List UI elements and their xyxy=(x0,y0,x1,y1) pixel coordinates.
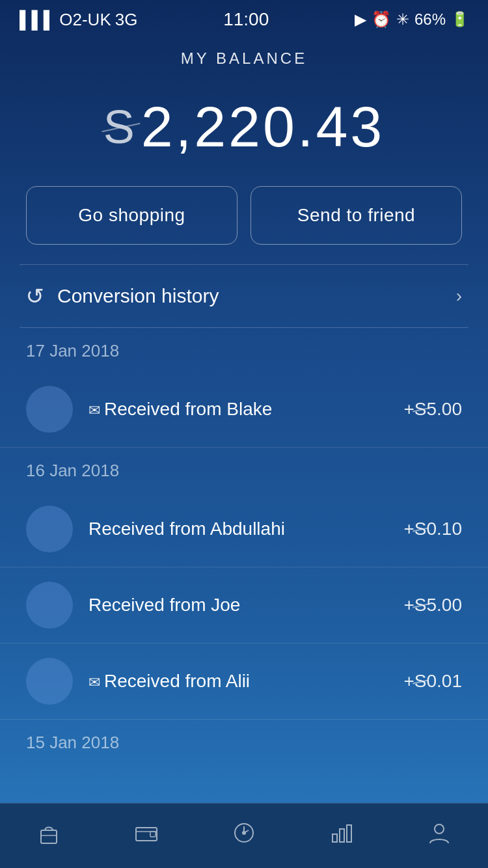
transaction-amount: +S0.01 xyxy=(403,671,462,692)
status-carrier: ▌▌▌ O2-UK 3G xyxy=(20,10,137,30)
avatar xyxy=(26,658,73,705)
svg-rect-9 xyxy=(332,834,337,842)
svg-rect-10 xyxy=(340,829,344,842)
action-buttons: Go shopping Send to friend xyxy=(0,173,488,264)
transaction-info: ✉Received from Blake xyxy=(88,399,403,420)
balance-display: S 2,220.43 xyxy=(0,94,488,160)
signal-icon: ▌▌▌ xyxy=(20,10,55,30)
transaction-description: ✉Received from Alii xyxy=(88,671,250,691)
page-title: MY BALANCE xyxy=(0,36,488,74)
status-icons: ▶ ⏰ ✳ 66% 🔋 xyxy=(355,10,468,29)
svg-rect-2 xyxy=(136,828,157,841)
bluetooth-icon: ✳ xyxy=(396,10,409,29)
transaction-amount: +S5.00 xyxy=(403,595,462,616)
carrier-label: O2-UK xyxy=(59,10,111,30)
svg-rect-11 xyxy=(347,825,351,842)
status-time: 11:00 xyxy=(223,9,269,30)
date-header-jan15: 15 Jan 2018 xyxy=(0,720,488,763)
conversion-history-label: Conversion history xyxy=(57,285,456,307)
nav-item-profile[interactable] xyxy=(413,813,465,858)
nav-item-wallet[interactable] xyxy=(120,813,172,858)
balance-section: S 2,220.43 xyxy=(0,74,488,173)
shop-icon xyxy=(36,820,62,852)
transaction-description: Received from Joe xyxy=(88,595,240,615)
battery-icon: 🔋 xyxy=(451,11,468,28)
currency-symbol: S xyxy=(103,100,139,154)
transaction-info: ✉Received from Alii xyxy=(88,671,403,692)
battery-label: 66% xyxy=(414,10,446,29)
refresh-icon: ↻ xyxy=(26,283,44,309)
stats-icon xyxy=(329,820,355,852)
date-header-jan17: 17 Jan 2018 xyxy=(0,328,488,372)
send-to-friend-button[interactable]: Send to friend xyxy=(251,186,462,245)
nav-item-stats[interactable] xyxy=(316,813,368,858)
envelope-icon: ✉ xyxy=(88,674,100,690)
network-label: 3G xyxy=(115,10,138,30)
svg-rect-3 xyxy=(150,832,156,837)
go-shopping-button[interactable]: Go shopping xyxy=(26,186,237,245)
bottom-nav xyxy=(0,803,488,868)
transaction-amount: +S0.10 xyxy=(403,519,462,539)
avatar xyxy=(26,582,73,629)
svg-point-12 xyxy=(435,824,444,834)
transaction-info: Received from Joe xyxy=(88,595,403,616)
alarm-icon: ⏰ xyxy=(372,10,391,29)
transaction-item[interactable]: Received from Joe +S5.00 xyxy=(0,567,488,644)
wallet-icon xyxy=(133,820,159,852)
transaction-amount: +S5.00 xyxy=(403,399,462,420)
chevron-right-icon: › xyxy=(456,286,462,306)
avatar xyxy=(26,386,73,433)
transaction-description: ✉Received from Blake xyxy=(88,399,272,419)
profile-icon xyxy=(426,820,452,852)
transaction-info: Received from Abdullahi xyxy=(88,519,403,539)
date-header-jan16: 16 Jan 2018 xyxy=(0,448,488,491)
status-bar: ▌▌▌ O2-UK 3G 11:00 ▶ ⏰ ✳ 66% 🔋 xyxy=(0,0,488,36)
transaction-item[interactable]: ✉Received from Alii +S0.01 xyxy=(0,644,488,720)
avatar xyxy=(26,506,73,552)
transaction-description: Received from Abdullahi xyxy=(88,519,285,539)
transaction-item[interactable]: ✉Received from Blake +S5.00 xyxy=(0,372,488,448)
transaction-item[interactable]: Received from Abdullahi +S0.10 xyxy=(0,491,488,567)
transaction-list: 17 Jan 2018 ✉Received from Blake +S5.00 … xyxy=(0,328,488,828)
dashboard-icon xyxy=(231,820,257,852)
balance-value: 2,220.43 xyxy=(141,94,385,160)
nav-item-dashboard[interactable] xyxy=(218,813,270,858)
nav-item-shop[interactable] xyxy=(23,813,75,858)
location-icon: ▶ xyxy=(355,10,366,29)
conversion-history-row[interactable]: ↻ Conversion history › xyxy=(0,265,488,327)
svg-rect-0 xyxy=(41,830,57,843)
envelope-icon: ✉ xyxy=(88,402,100,418)
